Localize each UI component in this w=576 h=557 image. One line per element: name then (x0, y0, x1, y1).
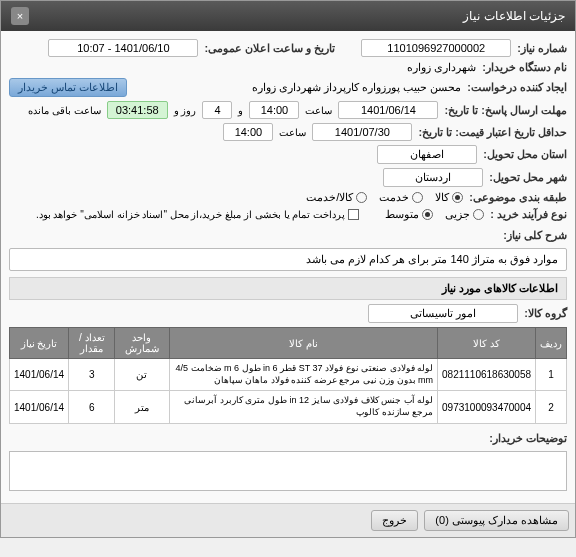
need-no-value: 1101096927000002 (361, 39, 511, 57)
exit-button[interactable]: خروج (371, 510, 418, 531)
desc-label: شرح کلی نیاز: (503, 229, 567, 242)
radio-goods[interactable]: کالا (435, 191, 463, 204)
row-city: شهر محل تحویل: اردستان (9, 168, 567, 187)
cell-unit: متر (115, 391, 169, 423)
radio-both[interactable]: کالا/خدمت (306, 191, 367, 204)
cell-idx: 1 (536, 359, 567, 391)
row-need-no: شماره نیاز: 1101096927000002 تاریخ و ساع… (9, 39, 567, 57)
window-title: جزئیات اطلاعات نیاز (463, 9, 565, 23)
titlebar: جزئیات اطلاعات نیاز × (1, 1, 575, 31)
table-header-row: ردیف کد کالا نام کالا واحد شمارش تعداد /… (10, 328, 567, 359)
cell-unit: تن (115, 359, 169, 391)
deadline-time: 14:00 (249, 101, 299, 119)
checkbox-icon (348, 209, 359, 220)
cell-qty: 6 (69, 391, 115, 423)
radio-small[interactable]: جزیی (445, 208, 484, 221)
buyer-value: شهرداری زواره (407, 61, 476, 74)
category-label: طبقه بندی موضوعی: (469, 191, 567, 204)
notes-label: توضیحات خریدار: (489, 432, 567, 445)
announce-value: 1401/06/10 - 10:07 (48, 39, 198, 57)
category-radio-group: کالا خدمت کالا/خدمت (306, 191, 463, 204)
attachments-button[interactable]: مشاهده مدارک پیوستی (0) (424, 510, 569, 531)
desc-text: موارد فوق به متراژ 140 متر برای هر کدام … (9, 248, 567, 271)
need-no-label: شماره نیاز: (517, 42, 567, 55)
and-label: و (238, 105, 243, 116)
group-label: گروه کالا: (524, 307, 567, 320)
col-row: ردیف (536, 328, 567, 359)
cell-name: لوله فولادی صنعتی نوع فولاد ST 37 قطر 6 … (169, 359, 438, 391)
days-value: 4 (202, 101, 232, 119)
province-label: استان محل تحویل: (483, 148, 567, 161)
countdown-value: 03:41:58 (107, 101, 168, 119)
process-radio-group: جزیی متوسط (385, 208, 484, 221)
row-validity: حداقل تاریخ اعتبار قیمت: تا تاریخ: 1401/… (9, 123, 567, 141)
row-category: طبقه بندی موضوعی: کالا خدمت کالا/خدمت (9, 191, 567, 204)
cell-name: لوله آب جنس کلاف فولادی سایز 12 in طول م… (169, 391, 438, 423)
col-date: تاریخ نیاز (10, 328, 69, 359)
notes-textarea[interactable] (9, 451, 567, 491)
radio-icon (473, 209, 484, 220)
announce-label: تاریخ و ساعت اعلان عمومی: (204, 42, 335, 55)
cell-date: 1401/06/14 (10, 359, 69, 391)
dialog-window: جزئیات اطلاعات نیاز × شماره نیاز: 110109… (0, 0, 576, 538)
cell-date: 1401/06/14 (10, 391, 69, 423)
group-value: امور تاسیساتی (368, 304, 518, 323)
validity-time: 14:00 (223, 123, 273, 141)
province-value: اصفهان (377, 145, 477, 164)
cell-code: 0821110618630058 (438, 359, 536, 391)
col-code: کد کالا (438, 328, 536, 359)
goods-table: ردیف کد کالا نام کالا واحد شمارش تعداد /… (9, 327, 567, 424)
footer: مشاهده مدارک پیوستی (0) خروج (1, 503, 575, 537)
deadline-date: 1401/06/14 (338, 101, 438, 119)
content-area: شماره نیاز: 1101096927000002 تاریخ و ساع… (1, 31, 575, 503)
cell-idx: 2 (536, 391, 567, 423)
radio-icon (356, 192, 367, 203)
row-notes: توضیحات خریدار: (9, 432, 567, 491)
requester-value: محسن حبیب پورزواره کارپرداز شهرداری زوار… (252, 81, 461, 94)
payment-checkbox-row[interactable]: پرداخت تمام یا بخشی از مبلغ خرید،از محل … (36, 209, 359, 220)
radio-icon (422, 209, 433, 220)
deadline-label: مهلت ارسال پاسخ: تا تاریخ: (444, 104, 567, 117)
row-requester: ایجاد کننده درخواست: محسن حبیب پورزواره … (9, 78, 567, 97)
row-process: نوع فرآیند خرید : جزیی متوسط پرداخت تمام… (9, 208, 567, 221)
row-group: گروه کالا: امور تاسیساتی (9, 304, 567, 323)
table-row: 20973100093470004لوله آب جنس کلاف فولادی… (10, 391, 567, 423)
row-province: استان محل تحویل: اصفهان (9, 145, 567, 164)
col-qty: تعداد / مقدار (69, 328, 115, 359)
radio-icon (452, 192, 463, 203)
row-deadline: مهلت ارسال پاسخ: تا تاریخ: 1401/06/14 سا… (9, 101, 567, 119)
remaining-label: ساعت باقی مانده (28, 105, 101, 116)
buyer-label: نام دستگاه خریدار: (482, 61, 567, 74)
radio-service[interactable]: خدمت (379, 191, 423, 204)
close-icon[interactable]: × (11, 7, 29, 25)
col-unit: واحد شمارش (115, 328, 169, 359)
cell-code: 0973100093470004 (438, 391, 536, 423)
time-label-2: ساعت (279, 127, 306, 138)
validity-date: 1401/07/30 (312, 123, 412, 141)
table-row: 10821110618630058لوله فولادی صنعتی نوع ف… (10, 359, 567, 391)
requester-label: ایجاد کننده درخواست: (467, 81, 567, 94)
col-name: نام کالا (169, 328, 438, 359)
validity-label: حداقل تاریخ اعتبار قیمت: تا تاریخ: (418, 126, 567, 139)
time-label-1: ساعت (305, 105, 332, 116)
row-buyer: نام دستگاه خریدار: شهرداری زواره (9, 61, 567, 74)
radio-medium[interactable]: متوسط (385, 208, 433, 221)
radio-icon (412, 192, 423, 203)
city-label: شهر محل تحویل: (489, 171, 567, 184)
process-label: نوع فرآیند خرید : (490, 208, 567, 221)
city-value: اردستان (383, 168, 483, 187)
payment-note: پرداخت تمام یا بخشی از مبلغ خرید،از محل … (36, 209, 345, 220)
day-label: روز و (174, 105, 197, 116)
cell-qty: 3 (69, 359, 115, 391)
row-desc: شرح کلی نیاز: موارد فوق به متراژ 140 متر… (9, 229, 567, 271)
goods-section-header: اطلاعات کالاهای مورد نیاز (9, 277, 567, 300)
contact-info-button[interactable]: اطلاعات تماس خریدار (9, 78, 127, 97)
